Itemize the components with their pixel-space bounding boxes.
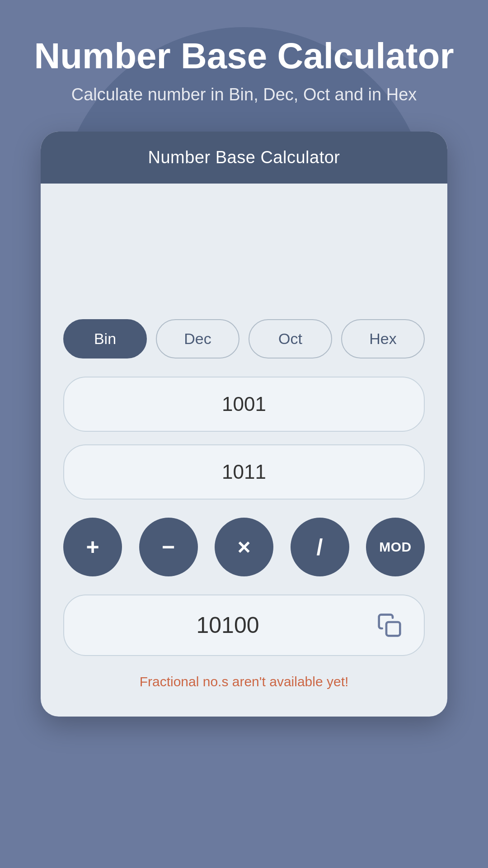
- display-area: [63, 211, 425, 301]
- result-row: 10100: [63, 594, 425, 656]
- card-header-title: Number Base Calculator: [148, 148, 340, 167]
- copy-button[interactable]: [373, 609, 406, 642]
- mod-button[interactable]: MOD: [366, 518, 425, 576]
- tab-oct[interactable]: Oct: [249, 319, 332, 359]
- second-number-input[interactable]: [63, 444, 425, 500]
- base-tabs: Bin Dec Oct Hex: [63, 319, 425, 359]
- disclaimer-text: Fractional no.s aren't available yet!: [63, 674, 425, 694]
- header-section: Number Base Calculator Calculate number …: [0, 0, 488, 123]
- first-number-input[interactable]: [63, 377, 425, 432]
- subtract-button[interactable]: −: [139, 518, 198, 576]
- result-value: 10100: [82, 612, 373, 638]
- divide-button[interactable]: /: [291, 518, 349, 576]
- inputs-section: [63, 377, 425, 500]
- calculator-card: Number Base Calculator Bin Dec Oct Hex +…: [41, 132, 447, 717]
- app-title: Number Base Calculator: [27, 36, 461, 76]
- svg-rect-0: [386, 622, 400, 636]
- app-subtitle: Calculate number in Bin, Dec, Oct and in…: [27, 85, 461, 104]
- copy-icon: [377, 613, 402, 638]
- card-header: Number Base Calculator: [41, 132, 447, 184]
- tab-bin[interactable]: Bin: [63, 319, 147, 359]
- add-button[interactable]: +: [63, 518, 122, 576]
- tab-hex[interactable]: Hex: [341, 319, 425, 359]
- multiply-button[interactable]: ×: [215, 518, 273, 576]
- tab-dec[interactable]: Dec: [156, 319, 239, 359]
- card-body: Bin Dec Oct Hex + − × / MOD 10100: [41, 184, 447, 717]
- operators-row: + − × / MOD: [63, 518, 425, 576]
